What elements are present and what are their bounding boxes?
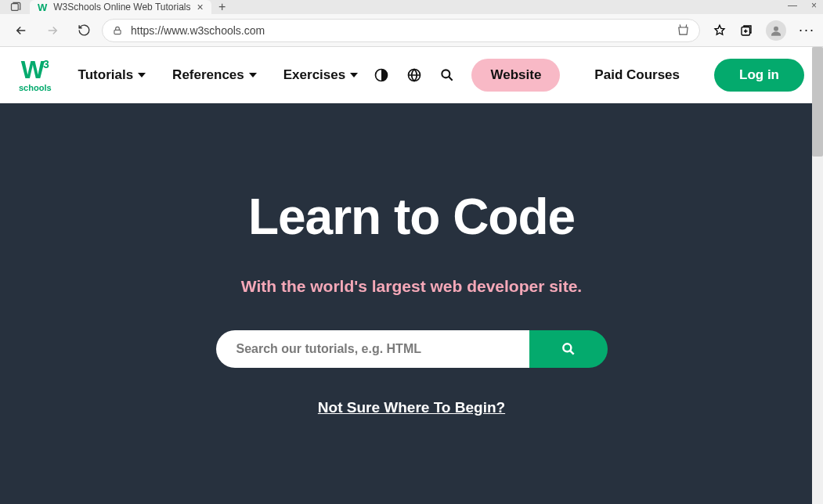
site-header: W 3 schools Tutorials References Exercis…	[0, 47, 823, 103]
svg-point-6	[442, 70, 450, 77]
logo-w: W	[21, 57, 43, 82]
hero-section: Learn to Code With the world's largest w…	[0, 103, 823, 504]
nav-references[interactable]: References	[172, 67, 257, 83]
website-button[interactable]: Website	[471, 59, 560, 92]
globe-icon[interactable]	[406, 67, 423, 84]
forward-button	[39, 17, 66, 44]
url-text: https://www.w3schools.com	[131, 24, 669, 37]
favorites-icon[interactable]	[713, 23, 727, 38]
search-input[interactable]	[216, 330, 529, 368]
theme-toggle-icon[interactable]	[373, 67, 390, 84]
scrollbar-thumb[interactable]	[812, 47, 823, 157]
logo-sub: schools	[19, 84, 52, 92]
page-scrollbar[interactable]	[812, 47, 823, 504]
svg-point-3	[774, 26, 778, 31]
browser-tab-strip: W W3Schools Online Web Tutorials × + — ×	[0, 0, 823, 14]
browser-toolbar: https://www.w3schools.com ···	[0, 14, 823, 47]
chevron-down-icon	[350, 73, 358, 77]
back-button[interactable]	[8, 17, 34, 44]
paid-courses-link[interactable]: Paid Courses	[576, 59, 698, 92]
tab-overview-icon[interactable]	[0, 2, 30, 13]
hero-search	[216, 330, 608, 368]
hero-headline: Learn to Code	[248, 188, 575, 246]
refresh-button[interactable]	[70, 17, 97, 44]
shopping-icon[interactable]	[677, 23, 690, 37]
tab-title: W3Schools Online Web Tutorials	[53, 2, 190, 13]
svg-rect-1	[114, 30, 121, 34]
chevron-down-icon	[138, 73, 146, 77]
logo-sup: 3	[43, 59, 49, 70]
lock-icon	[112, 25, 123, 36]
chevron-down-icon	[249, 73, 257, 77]
more-menu-icon[interactable]: ···	[799, 22, 815, 38]
tab-close-icon[interactable]: ×	[197, 1, 203, 13]
address-bar[interactable]: https://www.w3schools.com	[102, 19, 700, 42]
svg-rect-0	[11, 3, 18, 10]
collections-icon[interactable]	[739, 23, 753, 38]
browser-tab-active[interactable]: W W3Schools Online Web Tutorials ×	[30, 0, 211, 14]
login-button[interactable]: Log in	[714, 59, 804, 92]
svg-point-7	[563, 344, 571, 351]
search-icon[interactable]	[439, 67, 456, 84]
window-close-icon[interactable]: ×	[811, 0, 817, 11]
new-tab-button[interactable]: +	[211, 0, 233, 14]
profile-avatar[interactable]	[766, 20, 786, 41]
tab-favicon-icon: W	[38, 2, 47, 13]
search-button[interactable]	[529, 330, 608, 368]
window-minimize-icon[interactable]: —	[788, 0, 797, 11]
logo[interactable]: W 3 schools	[19, 57, 52, 92]
nav-tutorials[interactable]: Tutorials	[78, 67, 146, 83]
nav-exercises[interactable]: Exercises	[283, 67, 358, 83]
not-sure-link[interactable]: Not Sure Where To Begin?	[318, 399, 505, 416]
hero-subhead: With the world's largest web developer s…	[241, 277, 582, 296]
